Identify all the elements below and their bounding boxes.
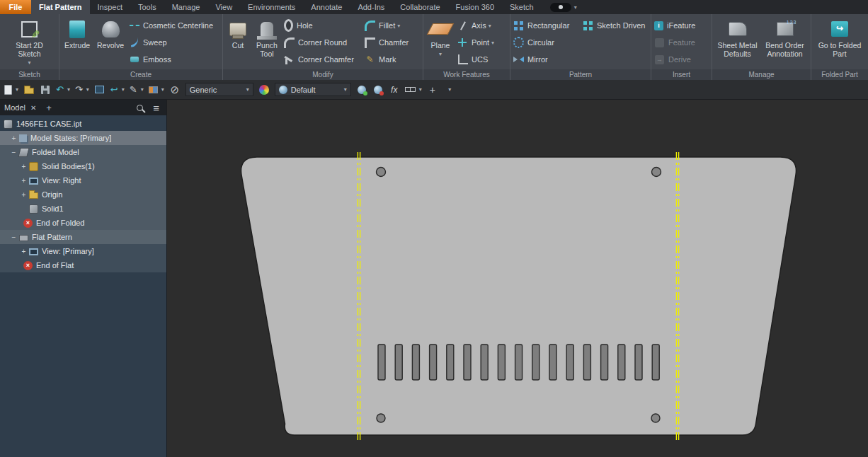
tree-item-folded-model[interactable]: − Folded Model [0, 145, 166, 159]
vent-slot[interactable] [464, 345, 471, 380]
chamfer-button[interactable]: Chamfer [365, 35, 420, 50]
corner-hole[interactable] [652, 168, 661, 177]
expander-icon[interactable]: + [10, 134, 18, 142]
vent-slot[interactable] [532, 345, 539, 380]
rectangular-pattern-button[interactable]: Rectangular [513, 18, 580, 33]
vent-slot[interactable] [566, 345, 573, 380]
save-button[interactable] [40, 83, 51, 97]
ribbon-tab-fusion-360[interactable]: Fusion 360 [448, 0, 502, 14]
ribbon-tab-annotate[interactable]: Annotate [303, 0, 350, 14]
axis-button[interactable]: Axis▾ [457, 18, 507, 33]
fillet-button[interactable]: Fillet▾ [365, 18, 420, 33]
appearance-combobox[interactable]: Default▾ [275, 83, 351, 96]
vent-slot[interactable] [652, 345, 659, 380]
ribbon-tab-collaborate[interactable]: Collaborate [392, 0, 447, 14]
corner-hole[interactable] [377, 414, 385, 422]
qat-overflow-button[interactable]: ▾ [443, 83, 455, 97]
color-wheel-button[interactable] [258, 83, 270, 97]
ucs-button[interactable]: UCS [457, 52, 507, 67]
chevron-down-icon[interactable]: ▾ [489, 23, 491, 29]
emboss-button[interactable]: Emboss [129, 52, 219, 67]
chevron-down-icon[interactable]: ▾ [141, 86, 144, 93]
ribbon-tab-add-ins[interactable]: Add-Ins [350, 0, 392, 14]
go-to-folded-part-button[interactable]: ↪ Go to Folded Part [814, 16, 865, 69]
circular-pattern-button[interactable]: Circular [513, 35, 580, 50]
vent-slot[interactable] [498, 345, 505, 380]
search-icon[interactable] [137, 105, 143, 111]
expander-icon[interactable]: − [10, 233, 18, 241]
material-combobox[interactable]: Generic▾ [185, 83, 253, 96]
file-menu-button[interactable]: File [0, 0, 31, 14]
ribbon-tab-view[interactable]: View [207, 0, 240, 14]
hole-button[interactable]: Hole [284, 18, 362, 33]
vent-slot[interactable] [447, 345, 454, 380]
add-tab-icon[interactable]: + [46, 103, 52, 113]
vent-slot[interactable] [412, 345, 419, 380]
chevron-down-icon[interactable]: ▾ [122, 86, 125, 93]
local-update-button[interactable] [94, 83, 105, 97]
corner-hole[interactable] [377, 168, 386, 177]
sweep-button[interactable]: Sweep [129, 35, 219, 50]
chevron-down-icon[interactable]: ▾ [16, 86, 18, 93]
tree-item-flat-pattern[interactable]: − Flat Pattern [0, 230, 166, 244]
tree-item-solid1[interactable]: Solid1 [0, 202, 166, 216]
chevron-down-icon[interactable]: ▾ [246, 86, 249, 93]
chevron-down-icon[interactable]: ▾ [86, 86, 89, 93]
vent-slot[interactable] [549, 345, 556, 380]
tree-item-end-of-flat[interactable]: × End of Flat [0, 258, 166, 272]
clear-appearance-button[interactable] [372, 83, 384, 97]
open-button[interactable] [23, 83, 35, 97]
corner-chamfer-button[interactable]: Corner Chamfer [284, 52, 362, 67]
expander-icon[interactable]: − [10, 149, 18, 156]
vent-slot[interactable] [395, 345, 402, 380]
chevron-down-icon[interactable]: ▾ [397, 23, 400, 29]
expander-icon[interactable]: + [20, 163, 28, 170]
ribbon-tab-tools[interactable]: Tools [130, 0, 164, 14]
chevron-down-icon[interactable]: ▾ [67, 86, 70, 93]
parameters-button[interactable]: ▾ [149, 83, 164, 97]
vent-slot[interactable] [515, 345, 522, 380]
expander-icon[interactable]: + [20, 177, 28, 185]
sketch-driven-pattern-button[interactable]: Sketch Driven [583, 18, 648, 33]
ribbon-tab-sketch[interactable]: Sketch [502, 0, 542, 14]
vent-slot[interactable] [378, 345, 385, 380]
ribbon-tab-environments[interactable]: Environments [240, 0, 303, 14]
screencast-icon[interactable] [550, 3, 571, 12]
flat-pattern-canvas[interactable] [167, 100, 868, 457]
ribbon-tab-manage[interactable]: Manage [164, 0, 208, 14]
tree-item-view-primary[interactable]: + View: [Primary] [0, 244, 166, 258]
tree-item-end-of-folded[interactable]: × End of Folded [0, 216, 166, 230]
extrude-button[interactable]: Extrude [61, 16, 93, 69]
sketch-edit-button[interactable]: ✎▾ [130, 83, 144, 97]
add-tool-button[interactable]: + [427, 83, 438, 97]
browser-tab-model[interactable]: Model [4, 103, 25, 112]
undo-button[interactable]: ↶▾ [56, 83, 70, 97]
tree-item-model-states[interactable]: + Model States: [Primary] [0, 131, 166, 145]
chevron-down-icon[interactable]: ▾ [344, 86, 347, 93]
vent-slot[interactable] [618, 345, 625, 380]
new-file-button[interactable]: ▾ [4, 83, 18, 97]
tree-item-origin[interactable]: + Origin [0, 187, 166, 202]
vent-slot[interactable] [583, 345, 590, 380]
ribbon-tab-flat-pattern[interactable]: Flat Pattern [31, 0, 90, 14]
adjust-appearance-button[interactable] [356, 83, 367, 97]
bend-order-annotation-button[interactable]: 123 Bend Order Annotation [762, 16, 809, 69]
fx-parameters-button[interactable]: fx [389, 83, 400, 97]
plane-button[interactable]: Plane ▾ [425, 16, 456, 69]
browser-menu-icon[interactable]: ≡ [153, 103, 159, 113]
no-entry-button[interactable]: ⊘ [169, 83, 181, 97]
start-2d-sketch-button[interactable]: Start 2D Sketch ▾ [5, 16, 55, 69]
measure-button[interactable]: ▾ [405, 83, 422, 97]
chevron-down-icon[interactable]: ▾ [161, 86, 164, 93]
chevron-down-icon[interactable]: ▾ [491, 40, 494, 46]
expander-icon[interactable]: + [20, 248, 28, 255]
tree-item-solid-bodies[interactable]: + Solid Bodies(1) [0, 159, 166, 173]
graphics-viewport[interactable] [167, 100, 868, 457]
return-button[interactable]: ↩▾ [110, 83, 125, 97]
vent-slot[interactable] [601, 345, 608, 380]
punch-tool-button[interactable]: Punch Tool [251, 16, 282, 69]
expander-icon[interactable]: + [20, 191, 28, 199]
corner-hole[interactable] [651, 414, 660, 422]
corner-round-button[interactable]: Corner Round [284, 35, 362, 50]
vent-slot[interactable] [635, 345, 642, 380]
